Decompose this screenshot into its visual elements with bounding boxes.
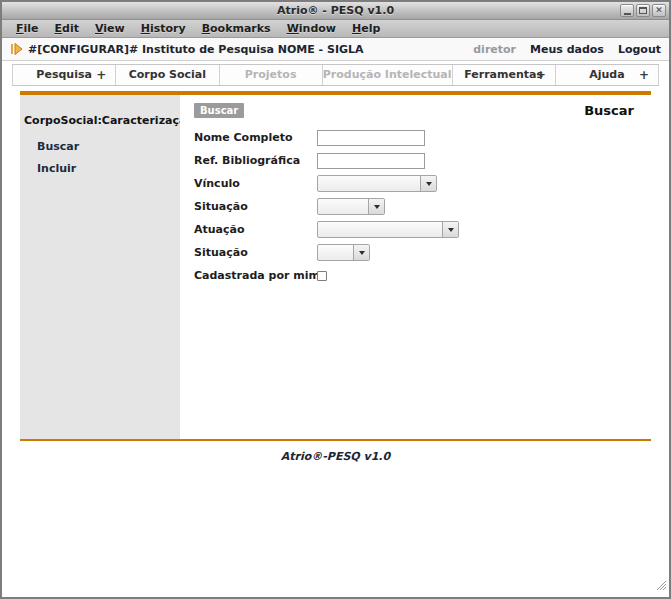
ref-bibliografica-label: Ref. Bibliográfica xyxy=(194,154,317,167)
close-icon: ✕ xyxy=(655,6,663,15)
dropdown-arrow-button[interactable] xyxy=(442,222,458,237)
window-title: Atrio® - PESQ v1.0 xyxy=(277,4,394,17)
minimize-button[interactable] xyxy=(620,4,634,17)
nome-completo-label: Nome Completo xyxy=(194,131,317,144)
footer: Atrio®-PESQ v1.0 xyxy=(2,441,669,464)
tab-producao-intelectual-label: Produção Intelectual xyxy=(323,68,452,81)
tab-projetos: Projetos xyxy=(220,65,323,85)
menu-file[interactable]: File xyxy=(8,21,47,36)
chevron-down-icon xyxy=(448,228,454,232)
menu-view[interactable]: View xyxy=(87,21,133,36)
cadastrada-por-mim-label: Cadastrada por mim xyxy=(194,269,317,282)
tab-pesquisa-label: Pesquisa xyxy=(36,68,92,81)
main-header: Buscar Buscar xyxy=(194,103,634,118)
sidebar-item-incluir[interactable]: Incluir xyxy=(24,162,177,175)
tab-ajuda[interactable]: Ajuda+ xyxy=(556,65,659,85)
sidebar-section-title: CorpoSocial:Caracterização xyxy=(24,114,177,127)
config-arrow-icon xyxy=(10,43,23,55)
header-links: diretor Meus dados Logout xyxy=(473,43,661,56)
close-button[interactable]: ✕ xyxy=(652,4,666,17)
menu-help[interactable]: Help xyxy=(344,21,388,36)
maximize-button[interactable] xyxy=(636,4,650,17)
menu-bookmarks-rest: ookmarks xyxy=(210,22,271,35)
atuacao-select-value xyxy=(318,222,442,237)
app-window: Atrio® - PESQ v1.0 ✕ File Edit View Hist… xyxy=(0,0,671,599)
header-bar: #[CONFIGURAR]# Instituto de Pesquisa NOM… xyxy=(2,38,669,61)
atuacao-label: Atuação xyxy=(194,223,317,236)
chevron-down-icon xyxy=(426,182,432,186)
menu-edit-rest: dit xyxy=(62,22,79,35)
menubar: File Edit View History Bookmarks Window … xyxy=(2,20,669,38)
page-title: Buscar xyxy=(584,103,634,118)
menu-file-accel: F xyxy=(16,22,24,35)
user-role-label: diretor xyxy=(473,43,516,56)
tab-projetos-label: Projetos xyxy=(245,68,297,81)
tab-corpo-social-label: Corpo Social xyxy=(129,68,206,81)
menu-help-accel: H xyxy=(352,22,361,35)
form-row: Nome Completo xyxy=(194,126,634,149)
menu-bookmarks-accel: B xyxy=(202,22,210,35)
menu-history-accel: H xyxy=(141,22,150,35)
dropdown-arrow-button[interactable] xyxy=(353,245,369,260)
minimize-icon xyxy=(624,13,631,15)
menu-history[interactable]: History xyxy=(133,21,194,36)
maximize-icon xyxy=(639,7,647,14)
form-row: Ref. Bibliográfica xyxy=(194,149,634,172)
logout-link[interactable]: Logout xyxy=(618,43,661,56)
menu-window-accel: W xyxy=(287,22,299,35)
dropdown-arrow-button[interactable] xyxy=(420,176,436,191)
form-row: Atuação xyxy=(194,218,634,241)
main-panel: Buscar Buscar Nome Completo Ref. Bibliog… xyxy=(180,95,651,439)
form-row: Vínculo xyxy=(194,172,634,195)
tab-pesquisa[interactable]: Pesquisa+ xyxy=(12,65,116,85)
menu-edit[interactable]: Edit xyxy=(47,21,87,36)
cadastrada-por-mim-checkbox[interactable] xyxy=(317,271,327,281)
my-data-link[interactable]: Meus dados xyxy=(530,43,604,56)
situacao-select-value xyxy=(318,199,368,214)
situacao2-select-value xyxy=(318,245,353,260)
menu-file-rest: ile xyxy=(24,22,39,35)
sidebar: CorpoSocial:Caracterização Buscar Inclui… xyxy=(20,95,180,439)
atuacao-select[interactable] xyxy=(317,221,459,238)
vinculo-select-value xyxy=(318,176,420,191)
nome-completo-input[interactable] xyxy=(317,130,425,146)
content-area: CorpoSocial:Caracterização Buscar Inclui… xyxy=(20,95,651,439)
menu-edit-accel: E xyxy=(55,22,63,35)
ref-bibliografica-input[interactable] xyxy=(317,153,425,169)
menu-window-rest: indow xyxy=(299,22,336,35)
form-row: Situação xyxy=(194,241,634,264)
chevron-down-icon xyxy=(359,251,365,255)
buscar-badge[interactable]: Buscar xyxy=(194,103,244,118)
resize-grip[interactable] xyxy=(653,576,667,595)
footer-version-text: Atrio®-PESQ v1.0 xyxy=(281,450,390,463)
tab-bar: Pesquisa+ Corpo Social Projetos Produção… xyxy=(12,64,659,86)
tab-ferramentas-label: Ferramentas xyxy=(464,68,543,81)
situacao2-label: Situação xyxy=(194,246,317,259)
sidebar-item-buscar[interactable]: Buscar xyxy=(24,140,177,153)
vinculo-select[interactable] xyxy=(317,175,437,192)
titlebar[interactable]: Atrio® - PESQ v1.0 ✕ xyxy=(2,2,669,20)
institute-title: #[CONFIGURAR]# Instituto de Pesquisa NOM… xyxy=(28,43,364,56)
plus-icon: + xyxy=(639,65,649,85)
menu-bookmarks[interactable]: Bookmarks xyxy=(194,21,279,36)
menu-history-rest: istory xyxy=(150,22,186,35)
vinculo-label: Vínculo xyxy=(194,177,317,190)
situacao-label: Situação xyxy=(194,200,317,213)
tab-ferramentas[interactable]: Ferramentas+ xyxy=(453,65,556,85)
chevron-down-icon xyxy=(374,205,380,209)
window-controls: ✕ xyxy=(620,4,666,17)
menu-window[interactable]: Window xyxy=(279,21,344,36)
situacao-select[interactable] xyxy=(317,198,385,215)
tab-producao-intelectual: Produção Intelectual xyxy=(323,65,453,85)
menu-help-rest: elp xyxy=(361,22,380,35)
tab-ajuda-label: Ajuda xyxy=(589,68,624,81)
dropdown-arrow-button[interactable] xyxy=(368,199,384,214)
menu-view-rest: iew xyxy=(103,22,124,35)
plus-icon: + xyxy=(536,65,546,85)
form-row: Cadastrada por mim xyxy=(194,264,634,287)
plus-icon: + xyxy=(96,65,106,85)
form-row: Situação xyxy=(194,195,634,218)
tab-corpo-social[interactable]: Corpo Social xyxy=(116,65,219,85)
situacao2-select[interactable] xyxy=(317,244,370,261)
